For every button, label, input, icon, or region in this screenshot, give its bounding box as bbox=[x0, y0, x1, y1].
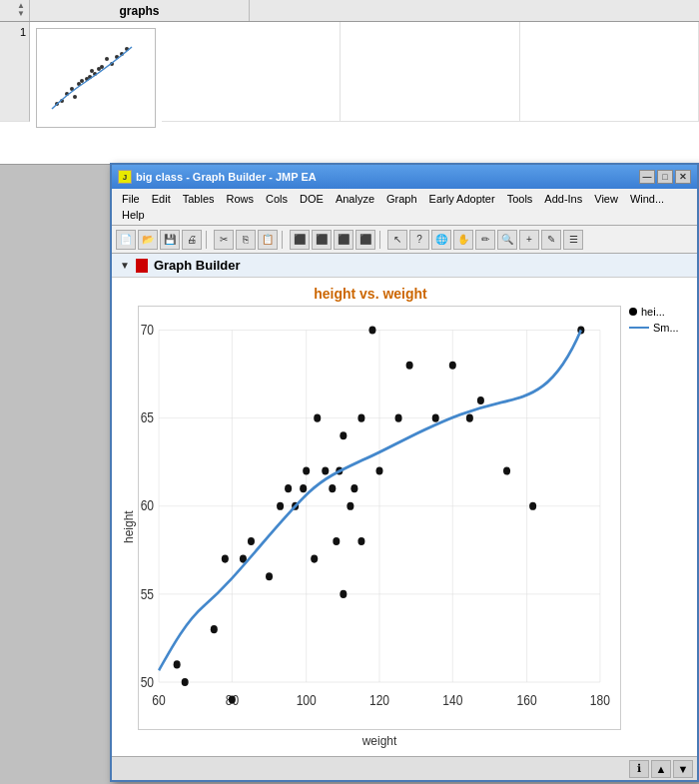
legend-dot-icon bbox=[629, 308, 637, 316]
svg-point-46 bbox=[211, 625, 218, 633]
data-cell-3 bbox=[341, 22, 519, 122]
toolbar-btn1[interactable]: ⬛ bbox=[290, 230, 310, 250]
legend-dot-label: hei... bbox=[641, 306, 665, 318]
col-header-empty3 bbox=[549, 0, 699, 21]
red-bar-icon bbox=[136, 259, 148, 273]
col-header-empty bbox=[250, 0, 399, 21]
title-left: J big class - Graph Builder - JMP EA bbox=[118, 170, 317, 184]
jmp-menubar: File Edit Tables Rows Cols DOE Analyze G… bbox=[112, 189, 697, 226]
svg-point-68 bbox=[357, 414, 364, 422]
menu-window[interactable]: Wind... bbox=[624, 191, 670, 207]
svg-point-60 bbox=[329, 484, 336, 492]
window-controls[interactable]: — □ ✕ bbox=[639, 170, 691, 184]
sort-down-icon[interactable]: ▼ bbox=[17, 10, 27, 18]
toolbar-btn2[interactable]: ⬛ bbox=[312, 230, 332, 250]
spreadsheet-background: ▲ ▼ graphs 1 bbox=[0, 0, 699, 165]
jmp-statusbar: ℹ ▲ ▼ bbox=[112, 756, 697, 780]
toolbar-zoom[interactable]: 🔍 bbox=[497, 230, 517, 250]
toolbar-sep3 bbox=[379, 231, 383, 249]
svg-point-44 bbox=[174, 660, 181, 668]
toolbar-globe[interactable]: 🌐 bbox=[431, 230, 451, 250]
svg-point-57 bbox=[311, 555, 318, 563]
toolbar-pen[interactable]: ✏ bbox=[475, 230, 495, 250]
svg-point-61 bbox=[333, 537, 340, 545]
svg-text:60: 60 bbox=[152, 693, 165, 709]
collapse-triangle[interactable]: ▼ bbox=[120, 260, 130, 271]
svg-point-76 bbox=[477, 396, 484, 404]
y-axis-label: height bbox=[120, 306, 138, 748]
scatter-chart[interactable]: 70 65 60 55 50 60 80 100 120 140 160 bbox=[138, 306, 621, 730]
svg-point-64 bbox=[340, 431, 347, 439]
menu-tables[interactable]: Tables bbox=[177, 191, 221, 207]
svg-point-51 bbox=[266, 572, 273, 580]
svg-text:100: 100 bbox=[297, 693, 317, 709]
minimize-button[interactable]: — bbox=[639, 170, 655, 184]
toolbar-btn3[interactable]: ⬛ bbox=[334, 230, 353, 250]
jmp-content: ▼ Graph Builder height vs. weight height bbox=[112, 254, 697, 756]
menu-cols[interactable]: Cols bbox=[260, 191, 294, 207]
menu-rows[interactable]: Rows bbox=[221, 191, 261, 207]
svg-point-7 bbox=[80, 79, 84, 83]
x-axis-label: weight bbox=[138, 734, 621, 748]
graph-thumbnail-container[interactable] bbox=[30, 22, 162, 122]
menu-early-adopter[interactable]: Early Adopter bbox=[423, 191, 501, 207]
svg-text:120: 120 bbox=[369, 693, 389, 709]
toolbar-menu-btn[interactable]: ☰ bbox=[563, 230, 583, 250]
toolbar-save[interactable]: 💾 bbox=[160, 230, 180, 250]
toolbar-cut[interactable]: ✂ bbox=[214, 230, 234, 250]
toolbar-pan[interactable]: ✋ bbox=[453, 230, 473, 250]
svg-point-63 bbox=[340, 590, 347, 598]
svg-point-56 bbox=[303, 466, 310, 474]
menu-add-ins[interactable]: Add-Ins bbox=[538, 191, 588, 207]
status-info-button[interactable]: ℹ bbox=[629, 760, 649, 778]
chart-inner: height bbox=[120, 306, 621, 748]
menu-edit[interactable]: Edit bbox=[146, 191, 177, 207]
chart-title: height vs. weight bbox=[314, 286, 427, 302]
toolbar-pencil2[interactable]: ✎ bbox=[541, 230, 561, 250]
svg-point-52 bbox=[277, 502, 284, 510]
toolbar-sep2 bbox=[282, 231, 286, 249]
data-cell-2 bbox=[162, 22, 341, 122]
svg-point-48 bbox=[229, 696, 236, 704]
menu-help[interactable]: Help bbox=[116, 207, 151, 223]
menu-graph[interactable]: Graph bbox=[380, 191, 423, 207]
menu-tools[interactable]: Tools bbox=[501, 191, 539, 207]
menu-file[interactable]: File bbox=[116, 191, 146, 207]
toolbar-open[interactable]: 📂 bbox=[138, 230, 158, 250]
status-down-button[interactable]: ▼ bbox=[673, 760, 693, 778]
toolbar-help-btn[interactable]: ? bbox=[409, 230, 429, 250]
svg-point-55 bbox=[300, 484, 307, 492]
svg-point-77 bbox=[503, 466, 510, 474]
graph-thumbnail[interactable] bbox=[36, 28, 156, 128]
legend-area: hei... Sm... bbox=[629, 286, 689, 748]
toolbar-zoomin[interactable]: + bbox=[519, 230, 539, 250]
chart-with-xaxis: 70 65 60 55 50 60 80 100 120 140 160 bbox=[138, 306, 621, 748]
maximize-button[interactable]: □ bbox=[657, 170, 673, 184]
svg-point-47 bbox=[222, 555, 229, 563]
toolbar-copy[interactable]: ⎘ bbox=[236, 230, 256, 250]
svg-rect-0 bbox=[37, 29, 147, 119]
svg-point-13 bbox=[100, 65, 104, 69]
menu-doe[interactable]: DOE bbox=[294, 191, 330, 207]
jmp-app-icon: J bbox=[118, 170, 132, 184]
svg-text:55: 55 bbox=[141, 586, 154, 602]
spreadsheet-header: ▲ ▼ graphs bbox=[0, 0, 699, 22]
svg-text:160: 160 bbox=[517, 693, 537, 709]
toolbar-btn4[interactable]: ⬛ bbox=[355, 230, 375, 250]
window-title: big class - Graph Builder - JMP EA bbox=[136, 171, 317, 183]
status-up-button[interactable]: ▲ bbox=[651, 760, 671, 778]
svg-point-65 bbox=[347, 502, 353, 510]
toolbar-print[interactable]: 🖨 bbox=[182, 230, 202, 250]
menu-analyze[interactable]: Analyze bbox=[330, 191, 380, 207]
close-button[interactable]: ✕ bbox=[675, 170, 691, 184]
svg-point-69 bbox=[368, 326, 375, 334]
toolbar-paste[interactable]: 📋 bbox=[258, 230, 278, 250]
toolbar-select[interactable]: ↖ bbox=[387, 230, 407, 250]
col-header-graphs[interactable]: graphs bbox=[30, 0, 250, 21]
svg-point-72 bbox=[406, 362, 413, 370]
jmp-titlebar[interactable]: J big class - Graph Builder - JMP EA — □… bbox=[112, 165, 697, 189]
toolbar-new[interactable]: 📄 bbox=[116, 230, 136, 250]
menu-view[interactable]: View bbox=[588, 191, 624, 207]
svg-point-75 bbox=[466, 414, 473, 422]
svg-point-74 bbox=[449, 362, 456, 370]
